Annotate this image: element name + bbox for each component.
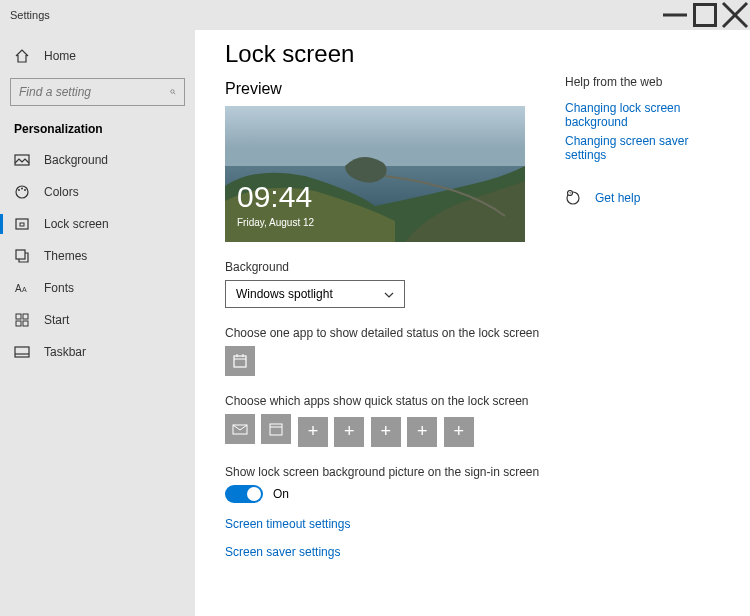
nav-label: Colors <box>44 185 79 199</box>
preview-date: Friday, August 12 <box>237 217 314 228</box>
svg-point-10 <box>24 189 26 191</box>
svg-text:A: A <box>22 286 27 293</box>
svg-text:A: A <box>15 283 22 294</box>
maximize-button[interactable] <box>690 0 720 30</box>
quick-status-app-mail[interactable] <box>225 414 255 444</box>
window-title: Settings <box>0 9 50 21</box>
palette-icon <box>14 184 30 200</box>
content-area: Lock screen Preview 09:44 <box>195 30 750 616</box>
plus-icon: + <box>453 421 464 442</box>
taskbar-icon <box>14 344 30 360</box>
nav-fonts[interactable]: AA Fonts <box>0 272 195 304</box>
section-label: Personalization <box>0 112 195 144</box>
quick-status-add-1[interactable]: + <box>298 417 328 447</box>
help-link-bg[interactable]: Changing lock screen background <box>565 101 725 129</box>
quick-status-add-4[interactable]: + <box>407 417 437 447</box>
detailed-status-app[interactable] <box>225 346 255 376</box>
preview-time: 09:44 <box>237 180 312 214</box>
screen-timeout-link[interactable]: Screen timeout settings <box>225 517 545 531</box>
svg-rect-13 <box>16 250 25 259</box>
get-help-link[interactable]: Get help <box>595 191 640 205</box>
svg-rect-18 <box>16 321 21 326</box>
plus-icon: + <box>344 421 355 442</box>
signin-bg-toggle[interactable] <box>225 485 263 503</box>
search-input[interactable] <box>19 85 170 99</box>
svg-point-9 <box>21 188 23 190</box>
lock-screen-preview: 09:44 Friday, August 12 <box>225 106 525 242</box>
nav-taskbar[interactable]: Taskbar <box>0 336 195 368</box>
search-box[interactable] <box>10 78 185 106</box>
nav-colors[interactable]: Colors <box>0 176 195 208</box>
svg-point-4 <box>171 90 174 93</box>
detailed-status-label: Choose one app to show detailed status o… <box>225 326 545 340</box>
svg-rect-19 <box>23 321 28 326</box>
background-select[interactable]: Windows spotlight <box>225 280 405 308</box>
svg-rect-1 <box>695 5 716 26</box>
svg-rect-20 <box>15 347 29 357</box>
nav-label: Lock screen <box>44 217 109 231</box>
background-label: Background <box>225 260 545 274</box>
help-panel: Help from the web Changing lock screen b… <box>545 40 725 616</box>
fonts-icon: AA <box>14 280 30 296</box>
screen-saver-link[interactable]: Screen saver settings <box>225 545 545 559</box>
minimize-button[interactable] <box>660 0 690 30</box>
sidebar: Home Personalization Background Colors L… <box>0 30 195 616</box>
svg-rect-16 <box>16 314 21 319</box>
help-heading: Help from the web <box>565 75 725 89</box>
nav-label: Start <box>44 313 69 327</box>
svg-rect-6 <box>15 155 29 165</box>
search-icon <box>170 85 176 99</box>
start-icon <box>14 312 30 328</box>
titlebar: Settings <box>0 0 750 30</box>
svg-point-8 <box>18 189 20 191</box>
svg-line-5 <box>174 93 176 95</box>
svg-rect-17 <box>23 314 28 319</box>
picture-icon <box>14 152 30 168</box>
svg-rect-12 <box>20 223 24 226</box>
plus-icon: + <box>381 421 392 442</box>
calendar-icon <box>232 353 248 369</box>
quick-status-add-3[interactable]: + <box>371 417 401 447</box>
help-link-saver[interactable]: Changing screen saver settings <box>565 134 725 162</box>
toggle-state: On <box>273 487 289 501</box>
quick-status-label: Choose which apps show quick status on t… <box>225 394 545 408</box>
nav-background[interactable]: Background <box>0 144 195 176</box>
window-controls <box>660 0 750 30</box>
home-icon <box>14 48 30 64</box>
nav-label: Taskbar <box>44 345 86 359</box>
nav-lock-screen[interactable]: Lock screen <box>0 208 195 240</box>
nav-label: Themes <box>44 249 87 263</box>
page-title: Lock screen <box>225 40 545 68</box>
plus-icon: + <box>417 421 428 442</box>
preview-heading: Preview <box>225 80 545 98</box>
nav-label: Background <box>44 153 108 167</box>
chevron-down-icon <box>384 289 394 299</box>
svg-rect-24 <box>234 356 246 367</box>
signin-bg-label: Show lock screen background picture on t… <box>225 465 545 479</box>
quick-status-app-calendar[interactable] <box>261 414 291 444</box>
themes-icon <box>14 248 30 264</box>
quick-status-add-2[interactable]: + <box>334 417 364 447</box>
calendar-icon <box>268 421 284 437</box>
nav-themes[interactable]: Themes <box>0 240 195 272</box>
nav-label: Fonts <box>44 281 74 295</box>
svg-rect-29 <box>270 424 282 435</box>
plus-icon: + <box>308 421 319 442</box>
nav-start[interactable]: Start <box>0 304 195 336</box>
svg-rect-11 <box>16 219 28 229</box>
lock-screen-icon <box>14 216 30 232</box>
mail-icon <box>232 421 248 437</box>
nav-home-label: Home <box>44 49 76 63</box>
help-icon: ? <box>565 190 581 206</box>
close-button[interactable] <box>720 0 750 30</box>
quick-status-add-5[interactable]: + <box>444 417 474 447</box>
background-value: Windows spotlight <box>236 287 333 301</box>
nav-home[interactable]: Home <box>0 40 195 72</box>
